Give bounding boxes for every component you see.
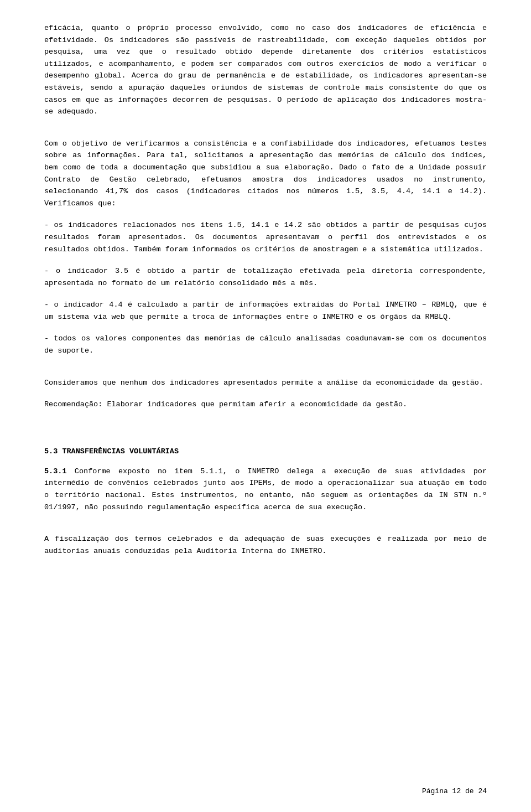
section-531-text: 5.3.1 Conforme exposto no item 5.1.1, o … <box>44 466 487 513</box>
section-53-title: 5.3 TRANSFERÊNCIAS VOLUNTÁRIAS <box>44 447 487 456</box>
content: eficácia, quanto o próprio processo envo… <box>44 22 487 557</box>
paragraph-5: - o indicador 4.4 é calculado a partir d… <box>44 299 487 323</box>
page-number: Página 12 de 24 <box>422 787 487 795</box>
paragraph-7: Consideramos que nenhum dos indicadores … <box>44 377 487 389</box>
paragraph-8: Recomendação: Elaborar indicadores que p… <box>44 399 487 411</box>
page: eficácia, quanto o próprio processo envo… <box>0 0 531 812</box>
paragraph-6: - todos os valores componentes das memór… <box>44 333 487 356</box>
paragraph-3: - os indicadores relacionados nos itens … <box>44 219 487 255</box>
section-531-label-bold: 5.3.1 <box>44 467 67 475</box>
paragraph-2: Com o objetivo de verificarmos a consist… <box>44 138 487 210</box>
paragraph-4: - o indicador 3.5 é obtido a partir de t… <box>44 265 487 289</box>
paragraph-1: eficácia, quanto o próprio processo envo… <box>44 22 487 118</box>
section-53-para2: A fiscalização dos termos celebrados e d… <box>44 533 487 557</box>
page-footer: Página 12 de 24 <box>422 787 487 795</box>
section-531-body-inline: Conforme exposto no item 5.1.1, o INMETR… <box>44 467 487 511</box>
